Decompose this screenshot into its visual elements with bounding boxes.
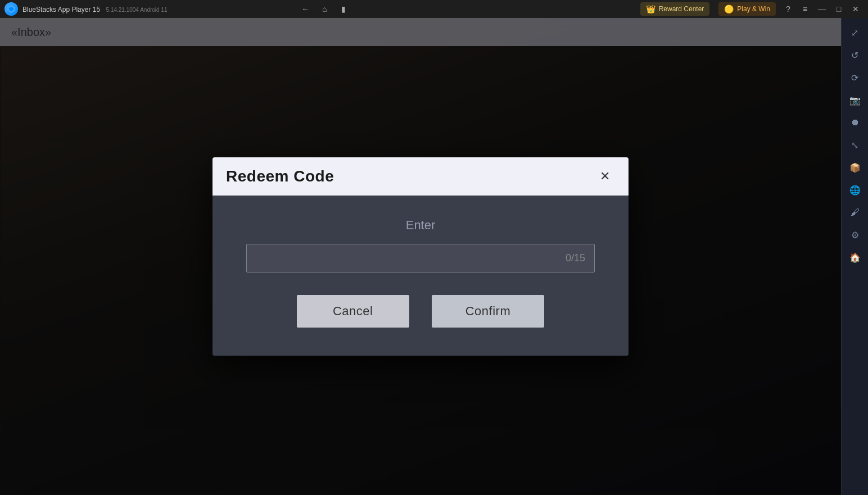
maximize-button[interactable]: □ xyxy=(831,1,847,17)
close-x-icon: ✕ xyxy=(600,169,610,184)
cancel-button[interactable]: Cancel xyxy=(297,295,409,328)
right-sidebar: ⤢ ↺ ⟳ 📷 ⏺ ⤡ 📦 🌐 🖌 ⚙ 🏠 xyxy=(841,18,868,495)
main-content: «Inbox» Redeem Code ✕ Enter 0/15 xyxy=(0,18,841,495)
modal-close-button[interactable]: ✕ xyxy=(595,166,615,187)
confirm-button[interactable]: Confirm xyxy=(432,295,545,328)
close-button[interactable]: ✕ xyxy=(848,1,864,17)
title-bar-center: 👑 Reward Center 🟡 Play & Win xyxy=(640,2,776,16)
redeem-code-modal: Redeem Code ✕ Enter 0/15 Cancel Confirm xyxy=(213,157,629,356)
sidebar-apk-button[interactable]: 📦 xyxy=(845,157,865,178)
reward-center-button[interactable]: 👑 Reward Center xyxy=(640,2,710,16)
title-bar: BlueStacks App Player 15 5.14.21.1004 An… xyxy=(0,0,868,18)
back-button[interactable]: ← xyxy=(297,1,313,17)
app-name-text: BlueStacks App Player 15 xyxy=(22,6,100,13)
sidebar-brush-button[interactable]: 🖌 xyxy=(845,202,865,222)
code-input-display[interactable]: 0/15 xyxy=(246,244,595,273)
home-button[interactable]: ⌂ xyxy=(317,1,332,17)
sidebar-screenshot-button[interactable]: 📷 xyxy=(845,90,865,110)
modal-backdrop: Redeem Code ✕ Enter 0/15 Cancel Confirm xyxy=(0,18,841,495)
minimize-button[interactable]: — xyxy=(814,1,830,17)
app-version-text: 5.14.21.1004 Android 11 xyxy=(106,7,168,13)
globe-icon: 🌐 xyxy=(849,185,861,196)
coin-icon: 🟡 xyxy=(724,4,734,13)
sidebar-zoom-button[interactable]: ⤡ xyxy=(845,135,865,155)
rotate-icon: ⟳ xyxy=(851,72,858,83)
modal-buttons: Cancel Confirm xyxy=(246,295,595,328)
enter-label: Enter xyxy=(406,218,436,233)
sidebar-record-button[interactable]: ⏺ xyxy=(845,112,865,133)
title-bar-nav: ← ⌂ ▮ xyxy=(293,1,356,17)
brush-icon: 🖌 xyxy=(851,207,860,217)
sidebar-refresh-button[interactable]: ↺ xyxy=(845,45,865,65)
expand-icon: ⤢ xyxy=(851,28,858,38)
play-win-label: Play & Win xyxy=(737,5,770,13)
refresh-icon: ↺ xyxy=(851,50,858,61)
sidebar-settings-button[interactable]: ⚙ xyxy=(845,225,865,245)
screenshot-icon: 📷 xyxy=(849,95,861,106)
settings-icon: ⚙ xyxy=(851,230,859,240)
home-icon: 🏠 xyxy=(849,252,861,263)
code-input-counter-text: 0/15 xyxy=(566,252,585,264)
title-bar-right: ? ≡ — □ ✕ xyxy=(776,1,868,17)
modal-title: Redeem Code xyxy=(226,167,334,185)
sidebar-rotate-button[interactable]: ⟳ xyxy=(845,67,865,88)
zoom-icon: ⤡ xyxy=(851,140,858,151)
record-icon: ⏺ xyxy=(851,117,860,128)
crown-icon: 👑 xyxy=(646,4,655,13)
title-bar-left: BlueStacks App Player 15 5.14.21.1004 An… xyxy=(0,2,293,16)
reward-center-label: Reward Center xyxy=(659,5,704,13)
copy-button[interactable]: ▮ xyxy=(336,1,351,17)
sidebar-expand-button[interactable]: ⤢ xyxy=(845,22,865,43)
bluestacks-logo xyxy=(4,2,18,16)
sidebar-home-button[interactable]: 🏠 xyxy=(845,247,865,267)
sidebar-globe-button[interactable]: 🌐 xyxy=(845,180,865,200)
help-button[interactable]: ? xyxy=(780,1,796,17)
menu-button[interactable]: ≡ xyxy=(797,1,813,17)
apk-icon: 📦 xyxy=(849,162,861,173)
app-name-label: BlueStacks App Player 15 5.14.21.1004 An… xyxy=(22,4,168,14)
play-win-button[interactable]: 🟡 Play & Win xyxy=(718,2,776,16)
modal-body: Enter 0/15 Cancel Confirm xyxy=(213,196,629,356)
code-input-container: 0/15 xyxy=(246,244,595,273)
modal-header: Redeem Code ✕ xyxy=(213,157,629,196)
